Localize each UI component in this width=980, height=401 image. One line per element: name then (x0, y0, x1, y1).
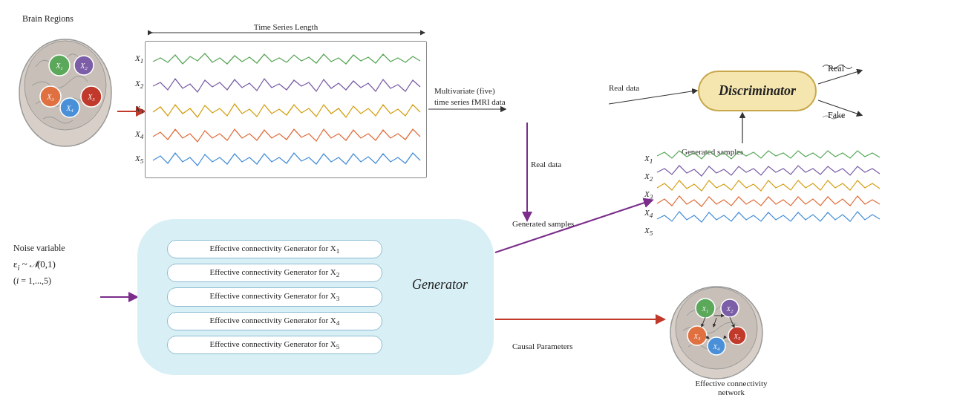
x-label-5: X5 (135, 154, 143, 165)
brain-left-image: X1 X2 X3 X4 X5 (13, 22, 117, 149)
ts-right-box (653, 145, 883, 241)
gen-item-4: Effective connectivity Generator for X4 (167, 312, 382, 330)
ts-length-label: Time Series Length (148, 22, 423, 31)
x-right-label-5: X5 (644, 226, 653, 237)
x-right-label-2: X2 (644, 172, 653, 183)
multivariate-label: Multivariate (five) time series fMRI dat… (434, 85, 506, 108)
multivariate-line1: Multivariate (five) (434, 85, 506, 97)
gen-samples-right-label: Generated samples (512, 219, 574, 228)
svg-line-3 (609, 91, 696, 104)
real-data-label-vert: Real data (531, 160, 561, 169)
fake-label: Fake (828, 110, 845, 121)
generator-text-label: Generator (412, 277, 468, 293)
x-label-1: X1 (135, 53, 143, 65)
x-labels-right: X1 X2 X3 X4 X5 (644, 147, 653, 244)
gen-item-2: Effective connectivity Generator for X2 (167, 264, 382, 282)
x-right-label-4: X4 (644, 208, 653, 219)
gen-item-5: Effective connectivity Generator for X5 (167, 336, 382, 354)
noise-variable-title: Noise variable (13, 241, 65, 255)
main-diagram: Brain Regions X1 X2 X3 X4 X5 (0, 0, 980, 401)
noise-formula: εi ~ 𝒩(0,1) (13, 257, 65, 274)
multivariate-line2: time series fMRI data (434, 97, 506, 108)
real-data-label-top: Real data (609, 83, 639, 92)
generator-box: Effective connectivity Generator for X1 … (137, 219, 494, 375)
generator-inner: Effective connectivity Generator for X1 … (160, 240, 471, 354)
x-label-2: X2 (135, 79, 143, 90)
discriminator-label: Discriminator (719, 83, 796, 99)
brain-right-image: X1 X2 X3 X4 X5 (664, 275, 768, 382)
x-labels-left: X1 X2 X3 X4 X5 (135, 41, 143, 178)
ts-right-waves-svg (653, 145, 883, 241)
noise-variable-block: Noise variable εi ~ 𝒩(0,1) (i = 1,...,5) (13, 241, 65, 288)
discriminator-box: Discriminator (698, 71, 817, 111)
x-label-3: X3 (135, 104, 143, 115)
x-label-4: X4 (135, 129, 143, 140)
x-right-label-3: X3 (644, 189, 653, 200)
x-right-label-1: X1 (644, 154, 653, 165)
gen-item-1: Effective connectivity Generator for X1 (167, 240, 382, 258)
noise-range: (i = 1,...,5) (13, 274, 65, 288)
ec-network-label: Effective connectivity network (683, 379, 780, 397)
real-label: Real (828, 63, 844, 74)
causal-params-label: Causal Parameters (512, 342, 573, 351)
ts-waves-svg (146, 42, 428, 179)
gen-item-3: Effective connectivity Generator for X3 (167, 287, 382, 306)
time-series-box (145, 41, 427, 178)
